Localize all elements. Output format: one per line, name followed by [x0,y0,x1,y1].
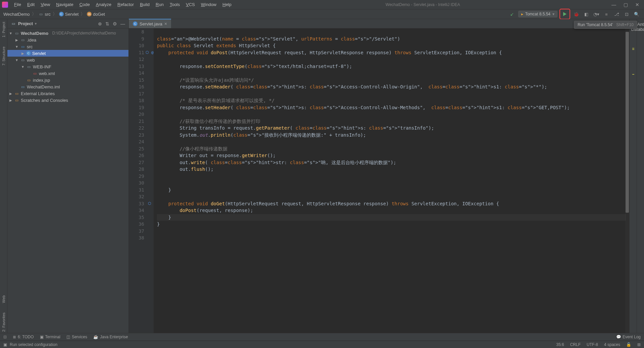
tree-row[interactable]: ▼▭WEB-INF [7,63,128,70]
readonly-toggle-icon[interactable]: 🔓 [626,342,631,347]
project-panel-title[interactable]: ▭ Project ▾ [11,21,37,26]
breadcrumb-class[interactable]: Servlet [65,12,78,17]
tree-label: Servlet [32,51,46,56]
folder-icon: ▭ [20,58,25,62]
search-everywhere-button[interactable]: 🔍 [633,10,641,18]
debug-button[interactable]: 🐞 [572,10,580,18]
chevron-down-icon: ▾ [552,12,554,16]
tree-row[interactable]: ▼▭web [7,57,128,63]
run-config-selector[interactable]: ▸ Tomcat 8.5.54 ▾ [518,11,557,17]
tree-row[interactable]: ▶▭.idea [7,37,128,43]
settings-button[interactable]: ⚙ [113,21,117,26]
chevron-down-icon: ▾ [35,22,37,25]
encoding[interactable]: UTF-8 [587,342,598,347]
tree-row[interactable]: ▭WechatDemo.iml [7,83,128,90]
editor-area: C Servlet.java × 89101112131415161718192… [129,19,629,333]
favorites-tool-tab[interactable]: 2: Favorites [2,311,6,333]
run-button[interactable] [561,10,569,18]
menu-vcs[interactable]: VCS [183,1,198,8]
class-icon: C [59,12,64,16]
breadcrumb[interactable]: WechatDemo 〉 ▭src 〉 CServlet 〉 mdoGet [3,11,105,17]
minimize-button[interactable]: — [611,2,616,7]
tree-row[interactable]: ▼▭src [7,43,128,50]
code-body[interactable]: class="an">@WebServlet(name = class="s">… [154,28,629,333]
update-button[interactable]: ⊡ [623,10,631,18]
todo-tool-tab[interactable]: ≣ 6: TODO [13,335,34,339]
web-tool-tab[interactable]: Web [2,294,6,304]
lib-icon: ▭ [14,91,19,96]
menu-file[interactable]: File [11,1,24,8]
profiler-button[interactable]: ◔▾ [592,10,600,18]
menu-view[interactable]: View [38,1,53,8]
tree-label: .idea [27,38,36,43]
vcs-button[interactable]: ⎇ [612,10,621,18]
menu-edit[interactable]: Edit [24,1,37,8]
tree-row[interactable]: ▶▭External Libraries [7,90,128,97]
code-editor[interactable]: 8910111213141516171819202122232425262728… [129,28,629,333]
locate-button[interactable]: ⊕ [98,21,102,26]
coverage-button[interactable]: ◧ [582,10,590,18]
run-indicator-icon: ▣ [3,342,7,347]
memory-indicator-icon[interactable]: ⊞ [637,342,641,347]
menu-refactor[interactable]: Refactor [115,1,137,8]
build-button[interactable]: ↙ [508,10,516,18]
event-log-tab[interactable]: 💬 Event Log [616,335,641,339]
folder-icon: ▭ [38,12,44,16]
menu-build[interactable]: Build [137,1,152,8]
editor-tab-active[interactable]: C Servlet.java × [129,19,171,28]
menu-help[interactable]: Help [220,1,234,8]
breadcrumb-src[interactable]: src [45,12,51,17]
menu-analyze[interactable]: Analyze [93,1,114,8]
tree-label: index.jsp [33,78,50,83]
menu-run[interactable]: Run [153,1,166,8]
menu-window[interactable]: Window [198,1,219,8]
editor-scrollbar[interactable] [625,28,629,333]
hide-panel-button[interactable]: — [120,21,125,26]
tree-row[interactable]: ▭web.xml [7,70,128,77]
tree-root[interactable]: ▼ ▭ WechatDemo D:\IDEAProject\demo\Wecha… [7,30,128,37]
tab-label: Servlet.java [140,21,162,26]
project-tool-tab[interactable]: 1: Project [2,20,6,39]
services-tool-tab[interactable]: ◫ Services [66,335,87,339]
module-icon: ▭ [14,31,19,36]
tree-row[interactable]: ▶▭Scratches and Consoles [7,97,128,103]
gutter-icons[interactable]: ⬡ @⬡ [146,28,154,333]
expand-button[interactable]: ⇅ [105,21,109,26]
menu-code[interactable]: Code [77,1,93,8]
maximize-button[interactable]: ▢ [624,2,628,7]
tab-close-button[interactable]: × [164,21,167,26]
class-icon: C [26,51,31,56]
title-bar: FileEditViewNavigateCodeAnalyzeRefactorB… [0,0,644,9]
scroll-thumb[interactable] [626,32,629,213]
ant-tool-tab[interactable]: Ant [637,22,644,27]
structure-tool-tab[interactable]: 7: Structure [2,45,6,67]
folder-icon: ▭ [26,64,32,69]
navigation-bar: WechatDemo 〉 ▭src 〉 CServlet 〉 mdoGet ↙ … [0,9,644,19]
editor-tab-bar: C Servlet.java × [129,19,629,28]
tree-row[interactable]: ▭index.jsp [7,77,128,83]
java-ee-tool-tab[interactable]: ☕ Java Enterprise [93,335,128,339]
class-icon: C [133,21,138,26]
caret-position[interactable]: 35:6 [556,342,564,347]
project-tree[interactable]: ▼ ▭ WechatDemo D:\IDEAProject\demo\Wecha… [7,28,128,105]
line-number-gutter[interactable]: 8910111213141516171819202122232425262728… [129,28,146,333]
line-separator[interactable]: CRLF [570,342,581,347]
tomcat-icon: ▸ [521,12,523,16]
tree-label: src [27,44,33,49]
menu-tools[interactable]: Tools [167,1,182,8]
tree-label: WechatDemo.iml [27,84,60,89]
breadcrumb-method[interactable]: doGet [93,12,105,17]
terminal-tool-tab[interactable]: ▣ Terminal [40,335,60,339]
menu-navigate[interactable]: Navigate [53,1,76,8]
stop-button[interactable]: ■ [602,10,610,18]
status-bar: ▣ Run selected configuration 35:6 CRLF U… [0,341,644,348]
run-button-highlight [559,9,570,19]
tool-window-toggle-icon[interactable]: ⊟ [3,335,7,339]
tree-row[interactable]: ▶CServlet [7,50,128,57]
close-button[interactable]: ✕ [635,2,639,7]
breadcrumb-project[interactable]: WechatDemo [3,12,30,17]
project-panel: ▭ Project ▾ ⊕ ⇅ ⚙ — ▼ ▭ WechatDemo D:\ID… [7,19,129,333]
run-tooltip: Run 'Tomcat 8.5.54'Shift+F10 [574,21,637,29]
indent-info[interactable]: 4 spaces [604,342,620,347]
xml-file-icon: ▭ [32,71,38,76]
